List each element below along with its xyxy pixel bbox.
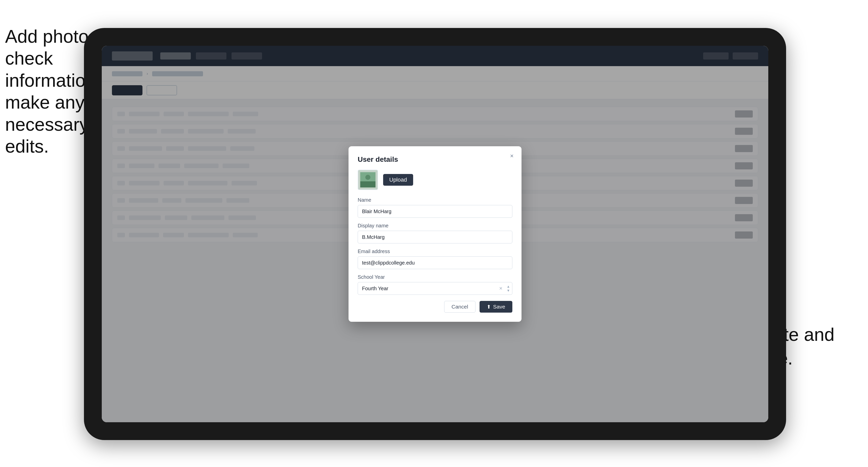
upload-photo-button[interactable]: Upload <box>383 174 413 186</box>
name-field-group: Name <box>358 197 513 218</box>
school-year-value: Fourth Year <box>358 286 497 291</box>
svg-point-2 <box>365 175 370 180</box>
photo-section: Upload <box>358 170 513 190</box>
modal-close-button[interactable]: × <box>507 151 517 160</box>
save-button[interactable]: ⬆ Save <box>479 301 513 313</box>
tablet-screen: › <box>102 46 768 422</box>
name-label: Name <box>358 197 513 203</box>
save-icon: ⬆ <box>487 304 491 310</box>
svg-rect-4 <box>360 181 375 187</box>
email-input[interactable] <box>358 256 513 269</box>
school-year-arrows-icon[interactable]: ▲▼ <box>504 284 512 292</box>
school-year-field-group: School Year Fourth Year × ▲▼ <box>358 274 513 295</box>
display-name-label: Display name <box>358 223 513 229</box>
email-field-group: Email address <box>358 249 513 269</box>
modal-footer: Cancel ⬆ Save <box>358 301 513 313</box>
school-year-clear-icon[interactable]: × <box>497 285 504 292</box>
app-background: › <box>102 46 768 422</box>
modal-title: User details <box>358 155 513 163</box>
display-name-field-group: Display name <box>358 223 513 243</box>
user-photo-thumbnail <box>358 170 378 190</box>
name-input[interactable] <box>358 205 513 218</box>
tablet-frame: › <box>84 28 786 440</box>
display-name-input[interactable] <box>358 231 513 243</box>
school-year-select[interactable]: Fourth Year × ▲▼ <box>358 282 513 295</box>
cancel-button[interactable]: Cancel <box>444 301 475 313</box>
school-year-label: School Year <box>358 274 513 280</box>
modal-overlay: User details × <box>102 46 768 422</box>
user-photo-image <box>360 172 375 187</box>
user-details-modal: User details × <box>348 146 522 322</box>
email-label: Email address <box>358 249 513 254</box>
